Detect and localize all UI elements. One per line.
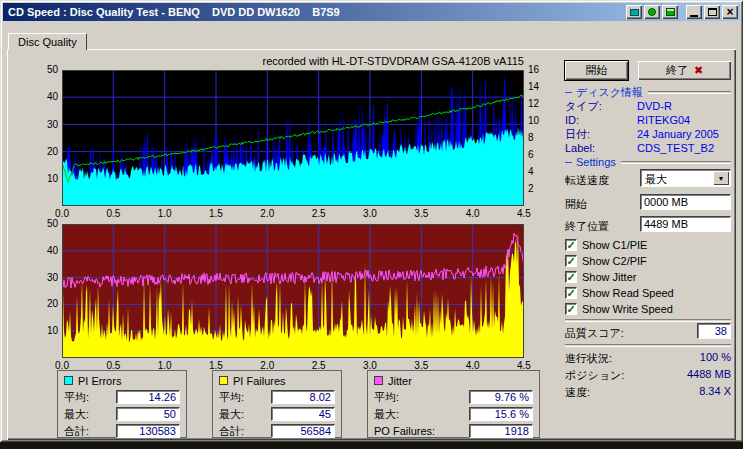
top-chart-right-axis: 161412108642 — [528, 64, 552, 195]
progress-label: ポジション: — [565, 368, 624, 385]
axis-tick-label: 50 — [47, 218, 58, 230]
axis-tick-label: 16 — [528, 64, 552, 76]
pi-failures-jitter-chart — [62, 224, 524, 358]
pi-errors-swatch-icon — [64, 376, 73, 385]
pi-failures-summary-box: PI Failures 平均:8.02 最大:45 合計:56584 — [212, 370, 342, 438]
jitter-summary-box: Jitter 平均:9.76 % 最大:15.6 % PO Failures:1… — [367, 370, 540, 438]
stat-value: 130583 — [116, 424, 180, 438]
start-button[interactable]: 開始 — [565, 61, 628, 80]
jitter-swatch-icon — [374, 376, 383, 385]
check-icon: ✓ — [566, 272, 575, 282]
exit-button-label: 終了 — [666, 63, 688, 78]
checkbox-label: Show C2/PIF — [582, 255, 647, 267]
close-icon: × — [726, 7, 733, 18]
title-bar[interactable]: CD Speed : Disc Quality Test - BENQ DVD … — [3, 3, 740, 21]
title-icon-button-2[interactable] — [644, 5, 660, 19]
info-value: CDS_TEST_B2 — [637, 142, 714, 154]
axis-tick-label: 12 — [528, 98, 552, 110]
start-position-label: 開始 — [565, 197, 587, 212]
stat-value: 15.6 % — [469, 407, 533, 421]
title-icon-button-3[interactable] — [662, 5, 678, 19]
settings-title: Settings — [576, 156, 616, 168]
stat-label: 平均: — [374, 390, 399, 405]
start-position-field[interactable]: 0000 MB — [640, 194, 731, 210]
chart-icon — [666, 8, 675, 16]
exit-button[interactable]: 終了 ✖ — [638, 61, 731, 80]
top-chart-x-axis: 0.00.51.01.52.02.53.03.54.04.5 — [49, 208, 537, 219]
checkbox-label: Show Write Speed — [582, 303, 673, 315]
progress-rows: 進行状況:100 % ポジション:4488 MB 速度:8.34 X — [565, 351, 731, 402]
info-label: ID: — [565, 114, 637, 126]
progress-row: ポジション:4488 MB — [565, 368, 731, 385]
end-position-label: 終了位置 — [565, 219, 609, 234]
minimize-icon — [690, 15, 698, 17]
progress-label: 進行状況: — [565, 351, 612, 368]
exit-icon: ✖ — [694, 65, 703, 76]
checkbox-label: Show Jitter — [582, 271, 636, 283]
maximize-button[interactable] — [704, 5, 720, 19]
section-divider — [648, 91, 731, 93]
progress-value: 4488 MB — [687, 368, 731, 385]
axis-tick-label: 8 — [528, 132, 552, 144]
stat-label: 平均: — [219, 390, 244, 405]
axis-tick-label: 2.0 — [254, 208, 280, 219]
window-title: CD Speed : Disc Quality Test - BENQ DVD … — [8, 6, 624, 18]
title-icon-button-1[interactable] — [626, 5, 642, 19]
progress-label: 速度: — [565, 385, 590, 402]
progress-row: 進行状況:100 % — [565, 351, 731, 368]
axis-tick-label: 10 — [47, 325, 58, 337]
check-icon: ✓ — [566, 288, 575, 298]
stat-value: 56584 — [271, 424, 335, 438]
section-divider — [621, 161, 731, 163]
desktop: CD Speed : Disc Quality Test - BENQ DVD … — [0, 0, 743, 449]
checkbox-show-write-speed[interactable]: ✓ Show Write Speed — [565, 302, 731, 315]
title-buttons: × — [624, 5, 740, 19]
axis-tick-label: 20 — [47, 298, 58, 310]
progress-value: 8.34 X — [699, 385, 731, 402]
tab-disc-quality[interactable]: Disc Quality — [8, 33, 87, 50]
checkbox[interactable]: ✓ — [565, 287, 577, 299]
disc-info-row: タイプ:DVD-R — [565, 99, 731, 113]
speed-select[interactable]: 最大 ▼ — [640, 169, 731, 187]
stat-label: 平均: — [64, 390, 89, 405]
stat-label: 合計: — [219, 424, 244, 439]
end-position-field[interactable]: 4489 MB — [640, 216, 731, 232]
section-dash-icon — [565, 162, 572, 163]
axis-tick-label: 40 — [47, 91, 58, 103]
info-value: 24 January 2005 — [637, 128, 719, 140]
checkbox-label: Show C1/PIE — [582, 239, 647, 251]
checkbox[interactable]: ✓ — [565, 303, 577, 315]
axis-tick-label: 4 — [528, 166, 552, 178]
info-label: Label: — [565, 142, 637, 154]
maximize-icon — [708, 8, 717, 16]
axis-tick-label: 1.5 — [203, 208, 229, 219]
axis-tick-label: 40 — [47, 245, 58, 257]
disc-info-rows: タイプ:DVD-R ID:RITEKG04 日付:24 January 2005… — [565, 99, 731, 155]
axis-tick-label: 50 — [47, 64, 58, 76]
stat-label: 合計: — [64, 424, 89, 439]
stat-value: 1918 — [469, 424, 533, 438]
checkbox-show-jitter[interactable]: ✓ Show Jitter — [565, 270, 731, 283]
axis-tick-label: 4.0 — [460, 208, 486, 219]
axis-tick-label: 2.5 — [306, 208, 332, 219]
stat-label: 最大: — [219, 407, 244, 422]
check-icon: ✓ — [566, 256, 575, 266]
app-window: CD Speed : Disc Quality Test - BENQ DVD … — [0, 0, 743, 442]
disc-info-row: Label:CDS_TEST_B2 — [565, 141, 731, 155]
checkbox[interactable]: ✓ — [565, 271, 577, 283]
speed-select-value: 最大 — [645, 172, 667, 187]
close-button[interactable]: × — [722, 5, 738, 19]
legend-title: PI Errors — [78, 375, 121, 387]
checkbox-show-c2-pif[interactable]: ✓ Show C2/PIF — [565, 254, 731, 267]
checkbox[interactable]: ✓ — [565, 239, 577, 251]
stat-label: PO Failures: — [374, 425, 435, 437]
speed-select-arrow-button[interactable]: ▼ — [713, 171, 729, 185]
settings-section-header: Settings — [565, 156, 731, 168]
checkbox-show-c1-pie[interactable]: ✓ Show C1/PIE — [565, 238, 731, 251]
checkbox[interactable]: ✓ — [565, 255, 577, 267]
minimize-button[interactable] — [686, 5, 702, 19]
stat-value: 50 — [116, 407, 180, 421]
disc-info-row: ID:RITEKG04 — [565, 113, 731, 127]
checkbox-show-read-speed[interactable]: ✓ Show Read Speed — [565, 286, 731, 299]
axis-tick-label: 3.0 — [357, 208, 383, 219]
